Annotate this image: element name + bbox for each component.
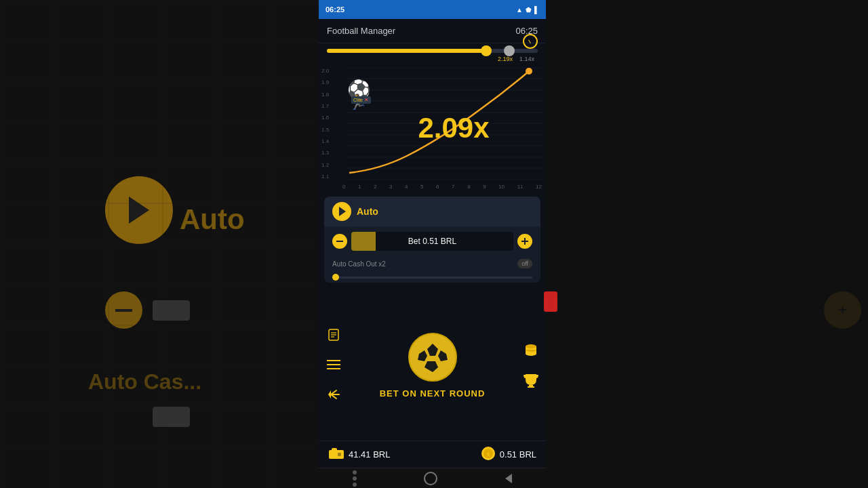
right-icons: [521, 340, 540, 389]
right-background: [546, 0, 868, 488]
x-7: 7: [452, 184, 454, 190]
x-2: 2: [374, 184, 376, 190]
plus-shape: [521, 238, 528, 245]
close-badge-button[interactable]: ✕: [364, 97, 369, 103]
document-icon[interactable]: [324, 325, 343, 344]
bet-input-container: Bet 0.51 BRL: [351, 232, 513, 251]
x-6: 6: [436, 184, 439, 190]
back-icon[interactable]: [324, 385, 343, 404]
signal-icon: ▲: [516, 6, 523, 14]
coin-icon: $: [481, 446, 496, 464]
app-header: Football Manager 06:25: [319, 19, 546, 43]
app-title: Football Manager: [327, 26, 395, 36]
play-triangle: [339, 207, 346, 216]
bet-input-bar[interactable]: Bet 0.51 BRL: [351, 232, 513, 251]
nav-menu-icon[interactable]: [353, 470, 357, 487]
x-9: 9: [483, 184, 486, 190]
nav-dot3: [353, 483, 357, 487]
y-label-20: 2.0: [321, 68, 329, 74]
football-icon: [406, 330, 460, 384]
y-label-17: 1.7: [321, 103, 329, 109]
svg-point-29: [526, 344, 536, 348]
bet-next-area: BET ON NEXT ROUND: [319, 288, 546, 441]
svg-rect-30: [529, 385, 533, 386]
trophy-icon[interactable]: [521, 370, 540, 389]
status-time: 06:25: [326, 5, 344, 14]
wallet-icon: [328, 447, 344, 462]
status-bar: 06:25 ▲ ⬟ ▌: [319, 0, 546, 19]
auto-play-icon: [332, 202, 351, 221]
svg-text:$: $: [487, 451, 490, 458]
balance-bar: 41.41 BRL $ 0.51 BRL: [319, 441, 546, 468]
bet-minus-button[interactable]: [332, 234, 347, 249]
y-label-11: 1.1: [321, 174, 329, 180]
bet-label: Bet 0.51 BRL: [408, 237, 456, 246]
bet-plus-button[interactable]: [517, 234, 532, 249]
autocash-toggle[interactable]: off: [517, 259, 532, 268]
x-5: 5: [420, 184, 423, 190]
progress-labels: 2.19x 1.14x: [327, 56, 538, 62]
autocash-label: Auto Cash Out x2: [332, 260, 513, 268]
clock-icon: [523, 34, 538, 49]
svg-rect-31: [528, 386, 534, 388]
y-label-13: 1.3: [321, 150, 329, 156]
x-1: 1: [358, 184, 361, 190]
player-badge: Clite ✕: [351, 96, 371, 104]
bet-row: Bet 0.51 BRL: [324, 226, 540, 256]
autocash-slider-track[interactable]: [332, 277, 532, 279]
svg-rect-33: [332, 448, 337, 451]
y-label-18: 1.8: [321, 92, 329, 98]
plus-vertical: [524, 238, 526, 245]
x-8: 8: [467, 184, 470, 190]
red-indicator-dot: [544, 291, 557, 312]
svg-rect-32: [329, 450, 344, 459]
battery-icon: ▌: [534, 6, 539, 14]
phone-panel: 06:25 ▲ ⬟ ▌ Football Manager 06:25 2.19x…: [319, 0, 546, 488]
coin-balance-value: 0.51 BRL: [500, 449, 536, 460]
progress-thumb1[interactable]: [481, 45, 492, 56]
minus-line: [336, 241, 343, 242]
autocash-slider-thumb: [332, 274, 339, 281]
svg-rect-34: [338, 453, 341, 456]
y-label-16: 1.6: [321, 115, 329, 121]
chart-area: 2.0 1.9 1.8 1.7 1.6 1.5 1.4 1.3 1.2 1.1: [319, 65, 546, 191]
x-3: 3: [389, 184, 392, 190]
thumb1-label: 2.19x: [498, 56, 513, 62]
menu-icon[interactable]: [324, 355, 343, 374]
progress-thumb2[interactable]: [504, 45, 515, 56]
chart-y-labels: 2.0 1.9 1.8 1.7 1.6 1.5 1.4 1.3 1.2 1.1: [319, 68, 332, 180]
auto-header: Auto: [324, 197, 540, 226]
coin-stack-icon[interactable]: [521, 340, 540, 359]
left-sidebar: [324, 325, 343, 404]
progress-fill: [327, 49, 485, 53]
status-icons: ▲ ⬟ ▌: [516, 6, 539, 14]
bottom-nav: [319, 468, 546, 488]
auto-bet-panel: Auto Bet 0.51 BRL Auto Cash Out x2 o: [324, 197, 540, 283]
wallet-balance-item: 41.41 BRL: [328, 447, 390, 462]
chart-x-labels: 0 1 2 3 4 5 6 7 8 9 10 11 12: [342, 182, 546, 191]
multiplier-display: 2.09x: [418, 112, 489, 144]
bet-input-fill: [351, 232, 376, 251]
svg-point-11: [526, 68, 532, 75]
nav-back-button[interactable]: [505, 474, 512, 483]
x-11: 11: [517, 184, 524, 190]
nav-dot2: [353, 476, 357, 481]
nav-home-button[interactable]: [424, 472, 437, 485]
x-4: 4: [405, 184, 408, 190]
y-label-14: 1.4: [321, 138, 329, 144]
wifi-icon: ⬟: [526, 6, 532, 14]
progress-track: [327, 49, 538, 53]
wallet-balance-value: 41.41 BRL: [349, 449, 390, 460]
thumb2-label: 1.14x: [519, 56, 534, 62]
nav-dot1: [353, 470, 357, 474]
y-label-15: 1.5: [321, 127, 329, 133]
y-label-19: 1.9: [321, 79, 329, 85]
x-12: 12: [536, 184, 542, 190]
coin-balance-item: $ 0.51 BRL: [481, 446, 536, 464]
progress-area: 2.19x 1.14x: [319, 43, 546, 65]
x-0: 0: [342, 184, 345, 190]
auto-label: Auto: [357, 206, 378, 217]
autocash-row: Auto Cash Out x2 off: [324, 256, 540, 274]
badge-text: Clite: [353, 98, 363, 102]
bet-next-round-label: BET ON NEXT ROUND: [380, 388, 486, 399]
